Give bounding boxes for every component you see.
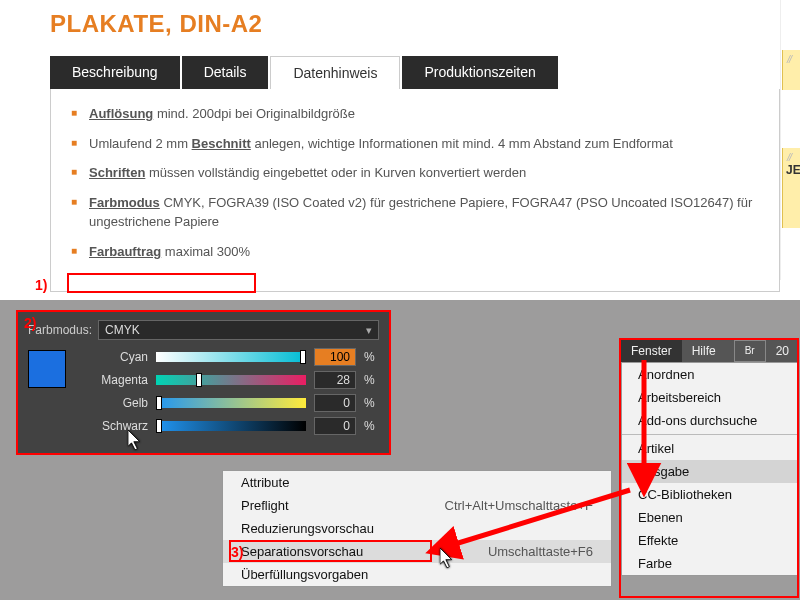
colormode-select[interactable]: CMYK bbox=[98, 320, 379, 340]
list-item: Auflösung mind. 200dpi bei Originalbildg… bbox=[71, 104, 759, 124]
menu-item[interactable]: Attribute bbox=[223, 471, 611, 494]
menu-item[interactable]: Effekte bbox=[622, 529, 798, 552]
slider-track[interactable] bbox=[156, 421, 306, 431]
list-item: Farbmodus CMYK, FOGRA39 (ISO Coated v2) … bbox=[71, 193, 759, 232]
menu-item[interactable]: SeparationsvorschauUmschalttaste+F6 bbox=[223, 540, 611, 563]
menu-item[interactable]: Farbe bbox=[622, 552, 798, 575]
side-panel-1: // bbox=[782, 50, 800, 90]
menu-hilfe[interactable]: Hilfe bbox=[682, 340, 726, 362]
menu-item[interactable]: Arbeitsbereich bbox=[622, 386, 798, 409]
slider-value[interactable]: 28 bbox=[314, 371, 356, 389]
bridge-icon[interactable]: Br bbox=[734, 340, 766, 362]
slider-value[interactable]: 0 bbox=[314, 417, 356, 435]
slider-thumb[interactable] bbox=[300, 350, 306, 364]
link-farbauftrag[interactable]: Farbauftrag bbox=[89, 244, 161, 259]
percent-label: % bbox=[364, 396, 378, 410]
menu-item[interactable]: Ausgabe bbox=[622, 460, 798, 483]
link-schriften[interactable]: Schriften bbox=[89, 165, 145, 180]
percent-label: % bbox=[364, 350, 378, 364]
menu-extra: 20 bbox=[766, 340, 799, 362]
colormode-label: Farbmodus: bbox=[28, 323, 92, 337]
page-title: PLAKATE, DIN-A2 bbox=[50, 10, 780, 38]
slider-label: Cyan bbox=[86, 350, 148, 364]
menu-item[interactable]: CC-Bibliotheken bbox=[622, 483, 798, 506]
side-label: JE bbox=[783, 163, 800, 177]
datenhinweis-panel: Auflösung mind. 200dpi bei Originalbildg… bbox=[50, 89, 780, 292]
fenster-menu: Fenster Hilfe Br 20 AnordnenArbeitsberei… bbox=[621, 340, 799, 576]
link-beschnitt[interactable]: Beschnitt bbox=[192, 136, 251, 151]
cmyk-sliders: Cyan100%Magenta28%Gelb0%Schwarz0% bbox=[86, 348, 379, 435]
link-farbmodus[interactable]: Farbmodus bbox=[89, 195, 160, 210]
slider-value[interactable]: 100 bbox=[314, 348, 356, 366]
tab-bar: Beschreibung Details Datenhinweis Produk… bbox=[50, 56, 780, 89]
menubar: Fenster Hilfe Br 20 bbox=[621, 340, 799, 362]
menu-item[interactable]: PreflightCtrl+Alt+Umschalttaste+F bbox=[223, 494, 611, 517]
slider-cyan: Cyan100% bbox=[86, 348, 379, 366]
slider-track[interactable] bbox=[156, 352, 306, 362]
side-panel-2: // JE bbox=[782, 148, 800, 228]
annotation-3: 3) bbox=[231, 544, 243, 560]
list-item: Umlaufend 2 mm Beschnitt anlegen, wichti… bbox=[71, 134, 759, 154]
link-aufloesung[interactable]: Auflösung bbox=[89, 106, 153, 121]
cursor-icon bbox=[440, 548, 454, 566]
slider-gelb: Gelb0% bbox=[86, 394, 379, 412]
slider-thumb[interactable] bbox=[156, 419, 162, 433]
annotation-2: 2) bbox=[24, 315, 36, 331]
color-mode-panel: Farbmodus: CMYK Cyan100%Magenta28%Gelb0%… bbox=[18, 312, 389, 453]
menu-item[interactable]: Add-ons durchsuche bbox=[622, 409, 798, 432]
right-sidebar: // // JE bbox=[780, 0, 800, 280]
color-swatch[interactable] bbox=[28, 350, 66, 388]
menu-item[interactable]: Artikel bbox=[622, 437, 798, 460]
percent-label: % bbox=[364, 419, 378, 433]
menu-item[interactable]: Reduzierungsvorschau bbox=[223, 517, 611, 540]
slider-thumb[interactable] bbox=[196, 373, 202, 387]
menu-item[interactable]: Anordnen bbox=[622, 363, 798, 386]
menu-item[interactable]: Überfüllungsvorgaben bbox=[223, 563, 611, 586]
percent-label: % bbox=[364, 373, 378, 387]
slider-thumb[interactable] bbox=[156, 396, 162, 410]
tab-produktionszeiten[interactable]: Produktionszeiten bbox=[402, 56, 557, 89]
slider-track[interactable] bbox=[156, 375, 306, 385]
list-item: Schriften müssen vollständig eingebettet… bbox=[71, 163, 759, 183]
slider-value[interactable]: 0 bbox=[314, 394, 356, 412]
requirements-list: Auflösung mind. 200dpi bei Originalbildg… bbox=[71, 104, 759, 261]
slider-label: Gelb bbox=[86, 396, 148, 410]
tab-datenhinweis[interactable]: Datenhinweis bbox=[270, 56, 400, 89]
fenster-dropdown: AnordnenArbeitsbereichAdd-ons durchsuche… bbox=[621, 362, 799, 576]
slider-magenta: Magenta28% bbox=[86, 371, 379, 389]
tab-details[interactable]: Details bbox=[182, 56, 269, 89]
cursor-icon bbox=[128, 430, 142, 448]
slider-label: Magenta bbox=[86, 373, 148, 387]
menu-item[interactable]: Ebenen bbox=[622, 506, 798, 529]
menu-fenster[interactable]: Fenster bbox=[621, 340, 682, 362]
product-page: PLAKATE, DIN-A2 Beschreibung Details Dat… bbox=[0, 0, 800, 292]
slider-track[interactable] bbox=[156, 398, 306, 408]
ausgabe-submenu: 3) AttributePreflightCtrl+Alt+Umschaltta… bbox=[222, 470, 612, 587]
tab-beschreibung[interactable]: Beschreibung bbox=[50, 56, 180, 89]
list-item: Farbauftrag maximal 300% bbox=[71, 242, 759, 262]
annotation-1: 1) bbox=[35, 277, 47, 293]
